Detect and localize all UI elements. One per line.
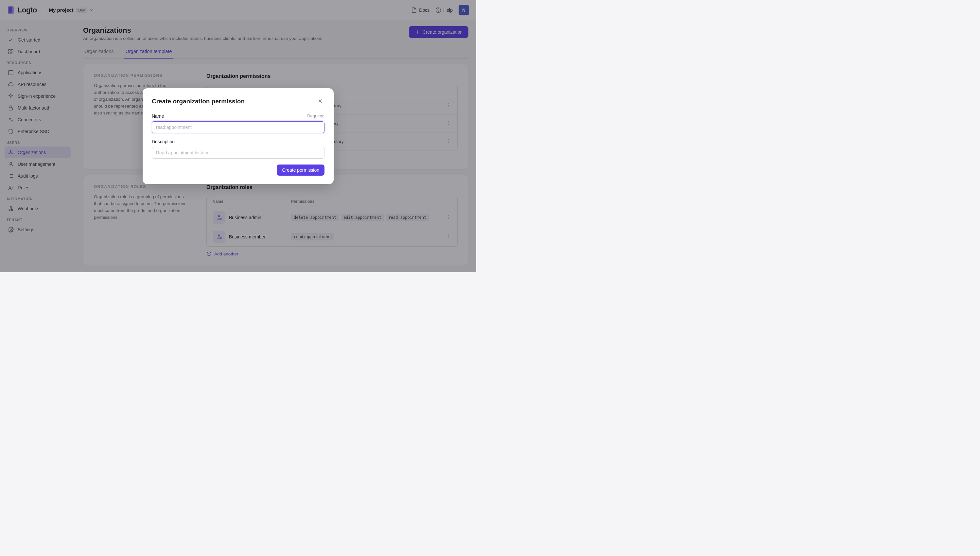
create-permission-button[interactable]: Create permission [277, 165, 325, 176]
close-icon [317, 98, 323, 104]
description-label: Description [152, 139, 175, 144]
name-input[interactable] [152, 121, 325, 133]
close-button[interactable] [316, 97, 325, 106]
description-input[interactable] [152, 147, 325, 158]
modal-title: Create organization permission [152, 98, 245, 105]
modal-overlay[interactable]: Create organization permission Name Requ… [0, 0, 476, 272]
create-permission-modal: Create organization permission Name Requ… [142, 88, 334, 184]
required-label: Required [307, 113, 325, 119]
name-label: Name [152, 113, 164, 119]
